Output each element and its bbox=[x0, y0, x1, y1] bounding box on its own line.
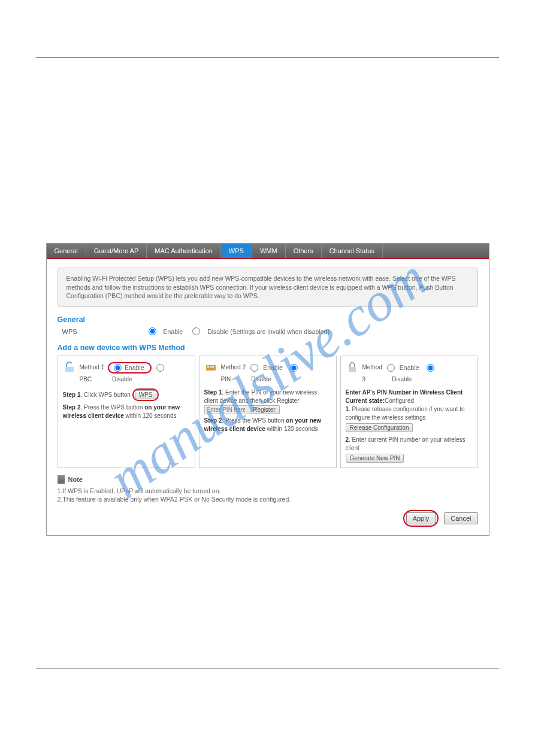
method-1-enable-radio[interactable] bbox=[114, 364, 122, 372]
note-list: 1.If WPS is Enabled, UPnP will automatic… bbox=[58, 487, 478, 503]
wps-enable-row: WPS Enable Disable (Settings are invalid… bbox=[58, 327, 478, 335]
cancel-button[interactable]: Cancel bbox=[444, 512, 477, 524]
tab-bar: General Guest/More AP MAC Authentication… bbox=[47, 244, 489, 259]
generate-new-pin-button[interactable]: Generate New PIN bbox=[346, 454, 404, 463]
page-header-rule bbox=[36, 57, 499, 57]
method-3-current-state: Current state:Configured bbox=[346, 397, 473, 405]
note-label: Note bbox=[68, 476, 83, 483]
wps-disable-label: Disable (Settings are invalid when disab… bbox=[207, 328, 330, 335]
tab-wps[interactable]: WPS bbox=[221, 244, 252, 258]
method-1-step2-text1: . Press the WPS button bbox=[81, 404, 145, 411]
method-1-step1-label: Step 1 bbox=[63, 391, 81, 398]
method-3-n1-text: . Please release configuration if you wa… bbox=[346, 406, 465, 421]
intro-text: Enabling Wi-Fi Protected Setup (WPS) let… bbox=[58, 268, 478, 307]
method-2-enable-radio[interactable] bbox=[250, 364, 258, 372]
svg-rect-0 bbox=[65, 367, 74, 372]
method-3-n2-text: . Enter current PIN number on your wirel… bbox=[346, 436, 466, 451]
method-2-head: Method 2 Enable bbox=[204, 361, 331, 374]
method-3-heading: Enter AP's PIN Number in Wireless Client bbox=[346, 388, 473, 397]
method-1-head: Method 1 Enable bbox=[63, 361, 190, 374]
method-1-pbc-label: PBC bbox=[80, 375, 92, 384]
method-3-box: Method Enable 3 Disable Enter AP's PIN N… bbox=[340, 356, 478, 468]
method-3-enable-label: Enable bbox=[400, 363, 419, 372]
method-2-step1-label: Step 1 bbox=[204, 389, 222, 396]
note-item-1: 1.If WPS is Enabled, UPnP will automatic… bbox=[58, 487, 478, 494]
method-3-note1: 1. Please release configuration if you w… bbox=[346, 405, 473, 422]
wps-enable-radio[interactable] bbox=[149, 327, 156, 335]
method-2-step2: Step 2. Press the WPS button on your new… bbox=[204, 417, 331, 433]
method-3-note2: 2. Enter current PIN number on your wire… bbox=[346, 436, 473, 453]
pin-input[interactable] bbox=[204, 405, 247, 414]
method-2-box: Method 2 Enable PIN Disable Step 1. Ente… bbox=[199, 356, 337, 468]
panel-content: Enabling Wi-Fi Protected Setup (WPS) let… bbox=[47, 259, 489, 535]
tab-others[interactable]: Others bbox=[286, 244, 322, 258]
lock-closed-icon bbox=[346, 361, 359, 374]
method-1-title: Method 1 bbox=[80, 363, 105, 372]
method-3-enable-radio[interactable] bbox=[387, 364, 395, 372]
wps-button-highlight: WPS bbox=[132, 388, 159, 401]
tab-channel-status[interactable]: Channel Status bbox=[322, 244, 383, 258]
wps-label: WPS bbox=[58, 328, 141, 335]
note-header: Note bbox=[58, 475, 478, 484]
svg-rect-2 bbox=[207, 366, 209, 368]
release-configuration-button[interactable]: Release Configuration bbox=[346, 423, 413, 432]
tab-mac-authentication[interactable]: MAC Authentication bbox=[147, 244, 221, 258]
method-1-subrow: PBC Disable bbox=[63, 375, 190, 384]
apply-button[interactable]: Apply bbox=[406, 512, 436, 524]
method-1-box: Method 1 Enable PBC Disable Step 1. Clic… bbox=[58, 356, 195, 468]
tab-wmm[interactable]: WMM bbox=[252, 244, 286, 258]
method-2-disable-label: Disable bbox=[251, 375, 271, 384]
wps-enable-label: Enable bbox=[164, 328, 183, 335]
method-1-disable-label: Disable bbox=[112, 375, 132, 384]
note-item-2: 2.This feature is available only when WP… bbox=[58, 496, 478, 503]
method-2-pin-label: PIN bbox=[221, 375, 231, 384]
wps-config-panel: General Guest/More AP MAC Authentication… bbox=[46, 243, 489, 536]
method-1-step2: Step 2. Press the WPS button on your new… bbox=[63, 403, 190, 420]
method-3-disable-label: Disable bbox=[392, 375, 412, 384]
pin-icon bbox=[204, 361, 217, 374]
wps-disable-radio[interactable] bbox=[192, 327, 200, 335]
method-3-disable-radio[interactable] bbox=[427, 364, 434, 372]
method-3-num-label: 3 bbox=[362, 375, 366, 384]
method-2-enable-label: Enable bbox=[263, 363, 283, 372]
tab-guest-more-ap[interactable]: Guest/More AP bbox=[86, 244, 147, 258]
register-button[interactable]: Register bbox=[249, 405, 279, 414]
note-icon bbox=[58, 475, 65, 484]
current-state-value: Configured bbox=[385, 397, 414, 404]
section-general-title: General bbox=[58, 315, 478, 324]
method-1-enable-label: Enable bbox=[125, 364, 144, 371]
method-1-enable-highlight: Enable bbox=[108, 362, 151, 374]
method-3-subrow: 3 Disable bbox=[346, 375, 473, 384]
method-2-step1: Step 1. Enter the PIN of your new wirele… bbox=[204, 388, 331, 414]
method-1-step2-label: Step 2 bbox=[63, 404, 81, 411]
method-1-disable-radio[interactable] bbox=[156, 364, 164, 372]
section-add-device-title: Add a new device with WPS Method bbox=[58, 344, 478, 352]
svg-rect-5 bbox=[349, 367, 356, 372]
lock-open-icon bbox=[63, 361, 76, 374]
current-state-label: Current state: bbox=[346, 397, 385, 404]
method-2-step2-label: Step 2 bbox=[204, 417, 222, 424]
method-3-title: Method bbox=[362, 363, 382, 372]
method-2-title: Method 2 bbox=[221, 363, 246, 372]
svg-rect-4 bbox=[212, 366, 214, 368]
apply-button-highlight: Apply bbox=[403, 510, 439, 527]
page-footer-rule bbox=[36, 669, 499, 669]
method-2-subrow: PIN Disable bbox=[204, 375, 331, 384]
tab-general[interactable]: General bbox=[47, 244, 86, 258]
method-1-step1: Step 1. Click WPS button WPS bbox=[63, 388, 190, 401]
method-1-step1-text: . Click WPS button bbox=[81, 391, 131, 398]
method-2-disable-radio[interactable] bbox=[290, 364, 298, 372]
footer-buttons: Apply Cancel bbox=[58, 510, 478, 527]
svg-rect-3 bbox=[210, 366, 211, 368]
method-3-head: Method Enable bbox=[346, 361, 473, 374]
method-2-step2-text1: . Press the WPS button bbox=[222, 417, 286, 424]
wps-button[interactable]: WPS bbox=[135, 390, 157, 399]
method-2-step2-text2: within 120 seconds bbox=[265, 426, 318, 432]
method-1-step2-text2: within 120 seconds bbox=[124, 412, 177, 419]
svg-rect-1 bbox=[206, 365, 216, 371]
methods-container: Method 1 Enable PBC Disable Step 1. Clic… bbox=[58, 356, 478, 468]
